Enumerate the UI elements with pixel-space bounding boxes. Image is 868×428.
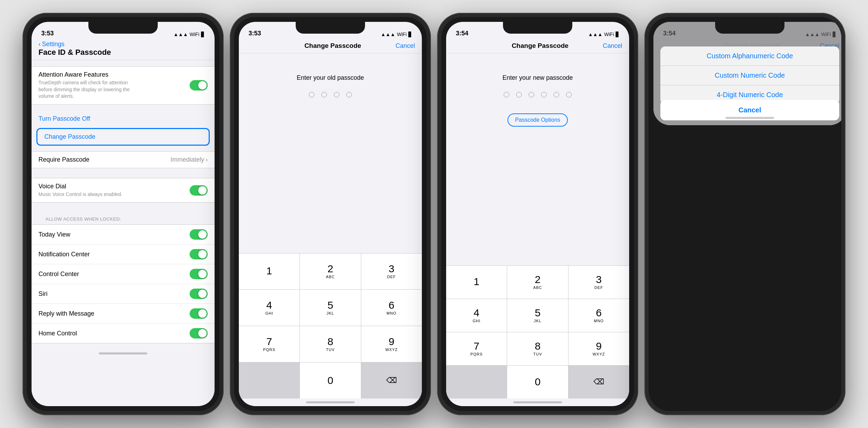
option-alphanumeric[interactable]: Custom Alphanumeric Code: [660, 46, 839, 66]
key-3-5[interactable]: 5JKL: [507, 299, 568, 332]
phones-container: 3:53 ▲▲▲ WiFi ▊ ‹ Settings Face ID & Pas…: [12, 2, 856, 426]
change-passcode-highlighted[interactable]: Change Passcode: [36, 128, 210, 146]
key-3[interactable]: 3DEF: [361, 254, 422, 290]
key-3-empty: [446, 366, 507, 399]
home-indicator-1: [99, 352, 147, 354]
key-8[interactable]: 8TUV: [300, 326, 361, 362]
time-2: 3:53: [249, 30, 261, 37]
key-6[interactable]: 6MNO: [361, 290, 422, 326]
key-delete[interactable]: ⌫: [361, 362, 422, 399]
time-3: 3:54: [456, 30, 468, 37]
key-0[interactable]: 0: [300, 362, 361, 399]
dot-2: [321, 92, 327, 97]
voice-content: Voice Dial Music Voice Control is always…: [38, 183, 122, 198]
battery-icon-3: ▊: [616, 32, 619, 37]
today-view-row: Today View: [32, 225, 215, 245]
require-row[interactable]: Require Passcode Immediately ›: [32, 152, 215, 168]
battery-icon-2: ▊: [408, 32, 412, 37]
notification-center-label: Notification Center: [38, 251, 90, 258]
allow-access-section: Today View Notification Center Control C…: [32, 224, 215, 343]
home-indicator-4: [726, 117, 774, 119]
key-3-6[interactable]: 6MNO: [568, 299, 629, 332]
change-passcode-link[interactable]: Change Passcode: [37, 129, 209, 145]
require-section: Require Passcode Immediately ›: [32, 151, 215, 168]
key-3-3[interactable]: 3DEF: [568, 266, 629, 299]
key-1[interactable]: 1: [239, 254, 300, 290]
key-3-4[interactable]: 4GHI: [446, 299, 507, 332]
page-title: Face ID & Passcode: [38, 48, 208, 57]
dot-4: [346, 92, 352, 97]
wifi-icon: WiFi: [190, 32, 199, 37]
key-3-7[interactable]: 7PQRS: [446, 332, 507, 365]
today-view-toggle[interactable]: [190, 229, 208, 240]
options-sheet: Custom Alphanumeric Code Custom Numeric …: [660, 46, 839, 104]
dot-3-3: [529, 92, 534, 97]
key-5[interactable]: 5JKL: [300, 290, 361, 326]
battery-icon: ▊: [201, 32, 205, 37]
control-center-toggle[interactable]: [190, 269, 208, 279]
passcode-header-2: Change Passcode Cancel: [239, 39, 422, 53]
control-center-label: Control Center: [38, 271, 79, 278]
key-3-2[interactable]: 2ABC: [507, 266, 568, 299]
siri-toggle[interactable]: [190, 289, 208, 299]
signal-icon-2: ▲▲▲: [381, 32, 395, 37]
key-3-1[interactable]: 1: [446, 266, 507, 299]
status-icons-2: ▲▲▲ WiFi ▊: [381, 32, 412, 37]
passcode-header-3: Change Passcode Cancel: [446, 39, 629, 53]
attention-sub: TrueDepth camera will check for attentio…: [38, 79, 142, 100]
reply-label: Reply with Message: [38, 310, 94, 317]
notch-4: [715, 22, 784, 34]
key-3-8[interactable]: 8TUV: [507, 332, 568, 365]
dot-3-4: [541, 92, 547, 97]
home-control-row: Home Control: [32, 324, 215, 343]
chevron-right-icon: ›: [206, 156, 208, 163]
passcode-options-btn-3[interactable]: Passcode Options: [507, 113, 568, 127]
home-control-label: Home Control: [38, 330, 77, 337]
key-9[interactable]: 9WXYZ: [361, 326, 422, 362]
notch-3: [503, 22, 572, 34]
back-button[interactable]: ‹ Settings: [38, 41, 208, 48]
phone-4: 3:54 ▲▲▲ WiFi ▊ Change Passcode Cancel E…: [644, 13, 845, 415]
time-1: 3:53: [41, 30, 54, 37]
notification-center-row: Notification Center: [32, 245, 215, 264]
cancel-button-3[interactable]: Cancel: [603, 42, 622, 50]
signal-icon-3: ▲▲▲: [588, 32, 602, 37]
attention-row: Attention Aware Features TrueDepth camer…: [32, 67, 215, 104]
passcode-title-2: Change Passcode: [304, 42, 361, 50]
turn-off-link[interactable]: Turn Passcode Off: [32, 111, 215, 127]
reply-toggle[interactable]: [190, 308, 208, 319]
notch-1: [88, 22, 158, 34]
passcode-links: Turn Passcode Off Change Passcode: [32, 111, 215, 147]
key-3-delete[interactable]: ⌫: [568, 366, 629, 399]
wifi-icon-3: WiFi: [604, 32, 614, 37]
voice-toggle[interactable]: [190, 185, 208, 196]
key-empty: [239, 362, 300, 399]
chevron-left-icon: ‹: [38, 41, 41, 48]
control-center-row: Control Center: [32, 264, 215, 284]
passcode-dots-2: [239, 92, 422, 97]
key-2[interactable]: 2ABC: [300, 254, 361, 290]
home-control-toggle[interactable]: [190, 328, 208, 339]
voice-section: Voice Dial Music Voice Control is always…: [32, 178, 215, 203]
status-icons-3: ▲▲▲ WiFi ▊: [588, 32, 619, 37]
reply-row: Reply with Message: [32, 304, 215, 324]
phone-1: 3:53 ▲▲▲ WiFi ▊ ‹ Settings Face ID & Pas…: [23, 13, 224, 415]
dot-3-2: [516, 92, 522, 97]
notification-center-toggle[interactable]: [190, 249, 208, 259]
allow-access-header: ALLOW ACCESS WHEN LOCKED:: [38, 214, 208, 223]
require-label: Require Passcode: [38, 156, 89, 163]
key-3-9[interactable]: 9WXYZ: [568, 332, 629, 365]
option-numeric[interactable]: Custom Numeric Code: [660, 66, 839, 85]
key-3-0[interactable]: 0: [507, 366, 568, 399]
screen-3: 3:54 ▲▲▲ WiFi ▊ Change Passcode Cancel E…: [446, 22, 629, 406]
key-7[interactable]: 7PQRS: [239, 326, 300, 362]
cancel-button-2[interactable]: Cancel: [396, 42, 415, 50]
attention-toggle[interactable]: [190, 80, 208, 91]
passcode-prompt-3: Enter your new passcode: [446, 53, 629, 92]
passcode-prompt-2: Enter your old passcode: [239, 53, 422, 92]
status-icons-1: ▲▲▲ WiFi ▊: [173, 32, 205, 37]
dot-3-6: [566, 92, 572, 97]
dot-3: [334, 92, 339, 97]
settings-nav: ‹ Settings Face ID & Passcode: [32, 39, 215, 60]
key-4[interactable]: 4GHI: [239, 290, 300, 326]
